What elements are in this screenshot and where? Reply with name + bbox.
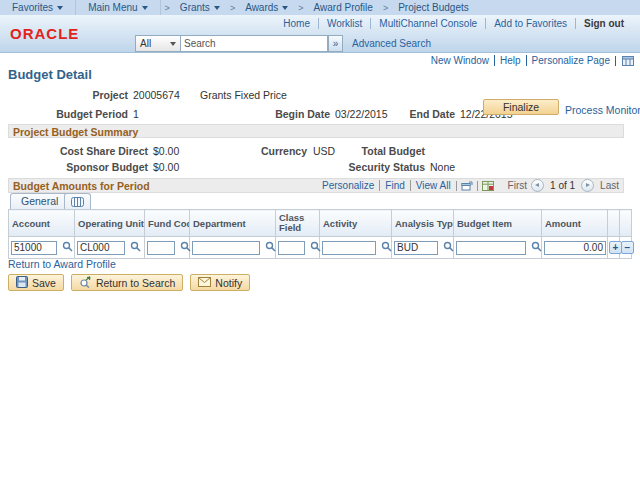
add-to-favorites-link[interactable]: Add to Favorites xyxy=(485,18,575,29)
begin-date-label: Begin Date xyxy=(250,108,330,120)
worklist-link[interactable]: Worklist xyxy=(318,18,370,29)
personalize-link[interactable]: Personalize xyxy=(317,180,379,191)
return-to-award-profile-link[interactable]: Return to Award Profile xyxy=(8,258,116,270)
find-link[interactable]: Find xyxy=(379,180,409,191)
project-label: Project xyxy=(28,89,128,101)
budget-item-field[interactable] xyxy=(456,241,526,255)
search-input[interactable] xyxy=(181,35,328,52)
breadcrumb-separator: > xyxy=(230,3,235,13)
search-scope-value: All xyxy=(140,38,151,49)
breadcrumb-award-profile[interactable]: Award Profile xyxy=(314,2,373,13)
search-submit-button[interactable]: » xyxy=(328,35,343,52)
return-to-search-button-label: Return to Search xyxy=(96,277,175,289)
budget-item-lookup-icon[interactable] xyxy=(531,241,542,254)
table-row: + − xyxy=(9,237,632,259)
fund-code-lookup-icon[interactable] xyxy=(180,241,191,254)
app-header: ORACLE Home Worklist MultiChannel Consol… xyxy=(0,15,640,53)
total-budget-label: Total Budget xyxy=(345,145,425,157)
view-all-link[interactable]: View All xyxy=(410,180,456,191)
grid-header-row: Account Operating Unit Fund Code Departm… xyxy=(9,210,632,237)
return-to-search-button[interactable]: Return to Search xyxy=(71,274,183,291)
begin-date-value: 03/22/2015 xyxy=(335,108,388,120)
next-page-arrow-icon[interactable] xyxy=(581,179,594,192)
col-header-fund-code: Fund Code xyxy=(145,210,190,237)
class-field-field[interactable] xyxy=(278,241,305,255)
breadcrumb-grants[interactable]: Grants xyxy=(180,2,220,13)
fund-code-field[interactable] xyxy=(147,241,175,255)
save-button-label: Save xyxy=(32,277,56,289)
col-header-add xyxy=(608,210,620,237)
chevron-down-icon xyxy=(170,42,176,46)
new-window-link[interactable]: New Window xyxy=(426,55,494,66)
breadcrumb-awards-label: Awards xyxy=(245,2,278,13)
zoom-grid-icon[interactable] xyxy=(456,181,477,191)
advanced-search-link[interactable]: Advanced Search xyxy=(352,38,431,49)
project-value: 20005674 xyxy=(133,89,180,101)
col-header-class-field: Class Field xyxy=(276,210,320,237)
analysis-type-lookup-icon[interactable] xyxy=(443,241,454,254)
account-field[interactable] xyxy=(11,241,57,255)
col-header-account: Account xyxy=(9,210,75,237)
help-link[interactable]: Help xyxy=(494,55,526,66)
breadcrumb-project-budgets[interactable]: Project Budgets xyxy=(398,2,469,13)
page-tools: New Window Help Personalize Page xyxy=(426,55,634,66)
department-lookup-icon[interactable] xyxy=(265,241,276,254)
breadcrumb-separator: > xyxy=(165,3,170,13)
multichannel-console-link[interactable]: MultiChannel Console xyxy=(370,18,485,29)
search-scope-select[interactable]: All xyxy=(135,35,181,52)
breadcrumb-grants-label: Grants xyxy=(180,2,210,13)
operating-unit-lookup-icon[interactable] xyxy=(130,241,141,254)
personalize-layout-icon[interactable] xyxy=(615,56,634,66)
department-field[interactable] xyxy=(192,241,260,255)
budget-amounts-header: Budget Amounts for Period Personalize Fi… xyxy=(8,178,624,193)
activity-field[interactable] xyxy=(322,241,376,255)
analysis-type-field[interactable] xyxy=(394,241,438,255)
end-date-label: End Date xyxy=(395,108,455,120)
search-bar: All » Advanced Search xyxy=(135,35,431,52)
home-link[interactable]: Home xyxy=(275,18,318,29)
header-nav: Home Worklist MultiChannel Console Add t… xyxy=(275,18,632,29)
account-lookup-icon[interactable] xyxy=(62,241,73,254)
col-header-department: Department xyxy=(190,210,276,237)
breadcrumb-favorites-label: Favorites xyxy=(12,2,53,13)
currency-value: USD xyxy=(313,145,335,157)
col-header-amount: Amount xyxy=(542,210,608,237)
previous-page-arrow-icon[interactable] xyxy=(531,179,544,192)
chevron-down-icon xyxy=(282,6,288,10)
project-budget-summary-header: Project Budget Summary xyxy=(8,124,624,138)
delete-row-button[interactable]: − xyxy=(621,241,634,254)
col-header-budget-item: Budget Item xyxy=(454,210,542,237)
sign-out-link[interactable]: Sign out xyxy=(575,18,632,29)
class-field-lookup-icon[interactable] xyxy=(310,241,321,254)
col-header-operating-unit: Operating Unit xyxy=(75,210,145,237)
grid-title: Budget Amounts for Period xyxy=(13,180,150,192)
personalize-page-link[interactable]: Personalize Page xyxy=(526,55,615,66)
toolbar-buttons: Save Return to Search Notify xyxy=(8,274,250,291)
breadcrumb: Favorites Main Menu > Grants > Awards > … xyxy=(0,0,640,16)
col-header-activity: Activity xyxy=(320,210,392,237)
security-status-value: None xyxy=(430,161,455,173)
save-button[interactable]: Save xyxy=(8,274,64,291)
breadcrumb-award-profile-label: Award Profile xyxy=(314,2,373,13)
notify-button[interactable]: Notify xyxy=(190,274,250,291)
finalize-button[interactable]: Finalize xyxy=(483,99,559,115)
operating-unit-field[interactable] xyxy=(77,241,125,255)
tab-general[interactable]: General xyxy=(10,193,69,209)
amount-field[interactable] xyxy=(544,241,606,255)
currency-label: Currency xyxy=(237,145,307,157)
breadcrumb-main-menu[interactable]: Main Menu xyxy=(76,0,160,15)
budget-period-label: Budget Period xyxy=(28,108,128,120)
show-all-columns-tab-icon[interactable] xyxy=(64,193,91,209)
breadcrumb-awards[interactable]: Awards xyxy=(245,2,288,13)
first-label: First xyxy=(508,180,527,191)
activity-lookup-icon[interactable] xyxy=(381,241,392,254)
notify-icon xyxy=(198,277,211,289)
breadcrumb-favorites[interactable]: Favorites xyxy=(0,0,76,15)
budget-period-value: 1 xyxy=(133,108,139,120)
process-monitor-link[interactable]: Process Monitor xyxy=(565,104,640,116)
grid-toolbar: Personalize Find View All First 1 of 1 L… xyxy=(317,179,619,192)
chevron-down-icon xyxy=(57,6,63,10)
download-to-excel-icon[interactable] xyxy=(477,181,498,191)
col-header-analysis-type: Analysis Type xyxy=(392,210,454,237)
save-icon xyxy=(16,276,28,290)
